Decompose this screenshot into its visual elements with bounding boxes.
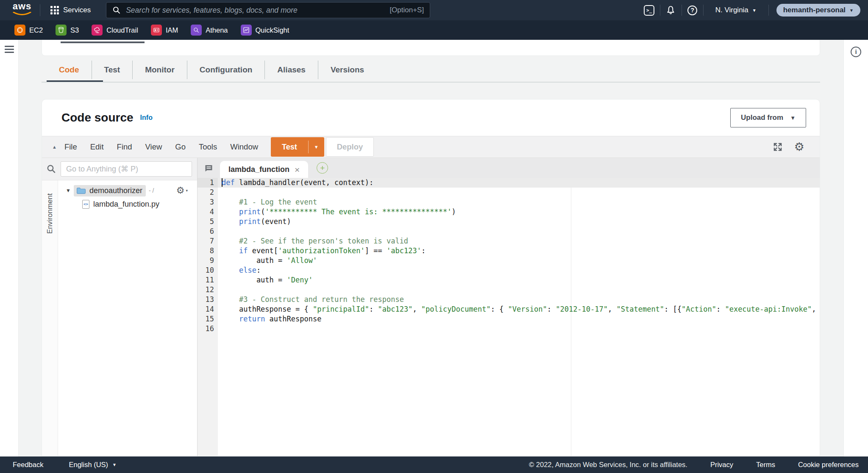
- editor-toolbar-right: ⚙: [772, 141, 804, 153]
- fav-item-iam[interactable]: IAM: [151, 25, 178, 36]
- info-panel-icon[interactable]: i: [851, 47, 861, 57]
- collapse-panel-icon[interactable]: ▲: [52, 144, 57, 149]
- function-tabs-row: CodeTestMonitorConfigurationAliasesVersi…: [42, 60, 820, 85]
- search-icon: [46, 164, 56, 174]
- folder-expand-caret-icon[interactable]: ▼: [66, 188, 71, 194]
- tab-test[interactable]: Test: [92, 65, 133, 75]
- goto-anything-input[interactable]: [61, 161, 192, 177]
- python-file-icon: <>: [82, 200, 89, 209]
- global-search-input[interactable]: [126, 6, 384, 15]
- code-line-2[interactable]: 2: [198, 188, 820, 197]
- tab-monitor[interactable]: Monitor: [133, 65, 187, 75]
- menu-tools[interactable]: Tools: [199, 142, 217, 152]
- line-number: 13: [198, 295, 218, 304]
- code-source-header: Code source Info Upload from ▼: [42, 100, 820, 136]
- folder-suffix: - /: [149, 187, 154, 194]
- left-nav-rail: [0, 40, 19, 456]
- code-line-8[interactable]: 8 if event['authorizationToken'] == 'abc…: [198, 246, 820, 256]
- code-line-5[interactable]: 5 print(event): [198, 217, 820, 227]
- code-line-6[interactable]: 6: [198, 227, 820, 236]
- menu-edit[interactable]: Edit: [90, 142, 104, 152]
- tab-versions[interactable]: Versions: [318, 65, 376, 75]
- fav-item-athena[interactable]: Athena: [191, 25, 228, 36]
- aws-logo[interactable]: aws: [11, 3, 33, 18]
- fav-item-cloudtrail[interactable]: CloudTrail: [92, 25, 138, 36]
- code-line-9[interactable]: 9 auth = 'Allow': [198, 256, 820, 266]
- code-line-12[interactable]: 12: [198, 285, 820, 295]
- services-menu-button[interactable]: Services: [47, 3, 94, 17]
- file-item-lambda-function[interactable]: <> lambda_function.py: [58, 197, 197, 211]
- code-line-4[interactable]: 4 print('*********** The event is: *****…: [198, 207, 820, 217]
- menu-find[interactable]: Find: [117, 142, 132, 152]
- feedback-link[interactable]: Feedback: [13, 461, 43, 469]
- region-selector[interactable]: N. Virginia ▼: [707, 6, 765, 14]
- code-line-3[interactable]: 3 #1 - Log the event: [198, 197, 820, 207]
- copyright-text: © 2022, Amazon Web Services, Inc. or its…: [529, 461, 687, 469]
- environment-strip[interactable]: Environment: [42, 180, 58, 456]
- code-line-10[interactable]: 10 else:: [198, 266, 820, 275]
- test-button[interactable]: Test ▼: [271, 137, 324, 157]
- nav-right-group: >_ ? N. Virginia ▼ hemanth-personal ▼: [642, 4, 860, 17]
- language-selector[interactable]: English (US) ▼: [69, 461, 117, 469]
- tab-configuration[interactable]: Configuration: [187, 65, 265, 75]
- test-button-label: Test: [271, 143, 308, 152]
- test-dropdown-icon[interactable]: ▼: [309, 144, 324, 149]
- console-footer: Feedback English (US) ▼ © 2022, Amazon W…: [0, 456, 868, 473]
- code-line-7[interactable]: 7 #2 - See if the person's token is vali…: [198, 236, 820, 246]
- fav-item-ec2[interactable]: EC2: [14, 25, 43, 36]
- services-grid-icon: [50, 6, 59, 14]
- tree-settings-button[interactable]: ⚙ ▾: [176, 186, 188, 195]
- global-search-box[interactable]: [Option+S]: [106, 2, 430, 18]
- search-shortcut-hint: [Option+S]: [389, 6, 424, 14]
- nav-divider: [768, 5, 769, 16]
- tab-aliases[interactable]: Aliases: [265, 65, 318, 75]
- fav-label: IAM: [166, 26, 178, 34]
- cloudshell-button[interactable]: >_: [642, 5, 657, 16]
- search-icon: [112, 6, 121, 14]
- line-number: 12: [198, 285, 218, 295]
- account-menu-button[interactable]: hemanth-personal ▼: [776, 4, 860, 17]
- editor-settings-gear-icon[interactable]: ⚙: [794, 141, 804, 153]
- close-tab-icon[interactable]: ×: [295, 165, 300, 174]
- function-tabs: CodeTestMonitorConfigurationAliasesVersi…: [47, 60, 820, 80]
- line-number: 1: [198, 178, 218, 188]
- code-line-15[interactable]: 15 return authResponse: [198, 314, 820, 324]
- menu-view[interactable]: View: [145, 142, 162, 152]
- chevron-down-icon: ▼: [790, 115, 796, 121]
- fav-item-s3[interactable]: S3: [56, 25, 79, 36]
- fav-label: CloudTrail: [106, 26, 138, 34]
- fullscreen-expand-icon[interactable]: [772, 141, 783, 152]
- code-line-11[interactable]: 11 auth = 'Deny': [198, 275, 820, 285]
- line-number: 11: [198, 275, 218, 285]
- editor-tab-lambda-function[interactable]: lambda_function ×: [220, 161, 308, 178]
- fav-item-quicksight[interactable]: QuickSight: [241, 25, 289, 36]
- nav-divider: [40, 4, 40, 16]
- footer-link-terms[interactable]: Terms: [756, 461, 775, 469]
- menu-go[interactable]: Go: [175, 142, 186, 152]
- help-button[interactable]: ?: [685, 6, 700, 15]
- folder-item-demoauthorizer[interactable]: demoauthorizer: [74, 185, 146, 196]
- new-tab-plus-icon[interactable]: +: [317, 162, 328, 174]
- deploy-button[interactable]: Deploy: [326, 137, 374, 157]
- menu-file[interactable]: File: [64, 142, 77, 152]
- info-link[interactable]: Info: [140, 114, 153, 122]
- footer-link-privacy[interactable]: Privacy: [710, 461, 733, 469]
- code-line-1[interactable]: 1def lambda_handler(event, context):: [198, 178, 820, 188]
- folder-icon: [76, 187, 86, 194]
- notifications-button[interactable]: [664, 5, 678, 16]
- code-line-13[interactable]: 13 #3 - Construct and return the respons…: [198, 295, 820, 304]
- hamburger-menu-icon[interactable]: [5, 46, 14, 53]
- upload-from-button[interactable]: Upload from ▼: [730, 108, 806, 127]
- code-line-14[interactable]: 14 authResponse = { "principalId": "abc1…: [198, 304, 820, 314]
- code-line-16[interactable]: 16: [198, 324, 820, 334]
- footer-link-cookie-preferences[interactable]: Cookie preferences: [798, 461, 859, 469]
- fav-label: Athena: [206, 26, 228, 34]
- favorites-bar: EC2S3CloudTrailIAMAthenaQuickSight: [0, 20, 868, 40]
- tab-list-icon[interactable]: [203, 163, 214, 173]
- aws-console-screen: aws Services [Option+S] >_ ? N. Virginia…: [0, 0, 868, 473]
- code-area[interactable]: 1def lambda_handler(event, context):23 #…: [198, 178, 820, 456]
- menu-window[interactable]: Window: [230, 142, 258, 152]
- line-number: 6: [198, 227, 218, 236]
- tab-code[interactable]: Code: [47, 65, 92, 75]
- nav-divider: [660, 5, 660, 16]
